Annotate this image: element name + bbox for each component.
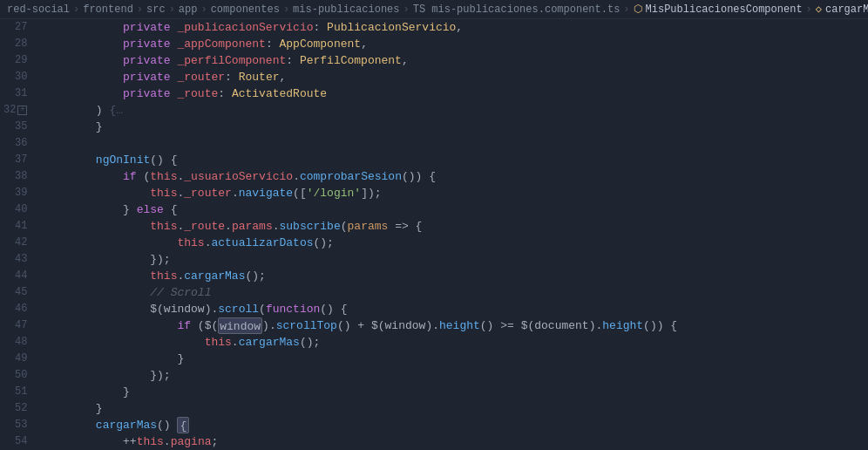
line-numbers: 27 28 29 30 31 32 + 35 36 37 38 39 40 41… bbox=[0, 19, 34, 450]
code-line: private _router: Router, bbox=[41, 69, 861, 85]
code-line: $(window).scroll(function() { bbox=[41, 301, 861, 317]
code-line: } bbox=[41, 351, 861, 367]
code-line: this._route.params.subscribe(params => { bbox=[41, 218, 861, 235]
code-line: ngOnInit() { bbox=[41, 152, 861, 168]
code-line: } bbox=[41, 119, 861, 135]
code-line: } else { bbox=[41, 201, 861, 218]
code-line bbox=[41, 135, 861, 152]
code-line: }); bbox=[41, 367, 861, 384]
editor: 27 28 29 30 31 32 + 35 36 37 38 39 40 41… bbox=[0, 19, 868, 450]
code-line: ) {… bbox=[41, 102, 861, 119]
bc-class: ⬡ bbox=[634, 3, 642, 16]
code-line: }); bbox=[41, 251, 861, 268]
code-line: private _perfilComponent: PerfilComponen… bbox=[41, 52, 861, 69]
code-line: if (this._usuarioServicio.comprobarSesio… bbox=[41, 168, 861, 185]
code-line: this.cargarMas(); bbox=[41, 334, 861, 351]
bc-folder: red-social bbox=[7, 3, 70, 16]
bc-method: ◇ bbox=[816, 3, 822, 16]
code-line: cargarMas() { bbox=[41, 417, 861, 433]
code-line: } bbox=[41, 384, 861, 400]
bc-file: TS mis-publicaciones.component.ts bbox=[413, 3, 620, 16]
code-line: private _publicacionServicio: Publicacio… bbox=[41, 19, 861, 36]
bc-folder: mis-publicaciones bbox=[293, 3, 399, 16]
bc-class-name: MisPublicacionesComponent bbox=[646, 3, 803, 16]
code-line: this.cargarMas(); bbox=[41, 268, 861, 284]
bc-folder: frontend bbox=[83, 3, 133, 16]
code-line: this.actualizarDatos(); bbox=[41, 235, 861, 251]
bc-method-name: cargarMas bbox=[825, 3, 868, 16]
bc-folder: componentes bbox=[211, 3, 280, 16]
code-line: } bbox=[41, 400, 861, 417]
code-line: private _route: ActivatedRoute bbox=[41, 85, 861, 102]
fold-icon[interactable]: + bbox=[17, 106, 27, 115]
code-line: if ($(window).scrollTop() + $(window).he… bbox=[41, 317, 861, 334]
code-line: // Scroll bbox=[41, 284, 861, 301]
breadcrumb-bar: red-social › frontend › src › app › comp… bbox=[0, 0, 868, 19]
code-line: this._router.navigate(['/login']); bbox=[41, 185, 861, 201]
code-line: ++this.pagina; bbox=[41, 433, 861, 450]
code-content[interactable]: private _publicacionServicio: Publicacio… bbox=[34, 19, 868, 450]
bc-folder: src bbox=[146, 3, 166, 16]
bc-folder: app bbox=[179, 3, 198, 16]
code-line: private _appComponent: AppComponent, bbox=[41, 36, 861, 52]
